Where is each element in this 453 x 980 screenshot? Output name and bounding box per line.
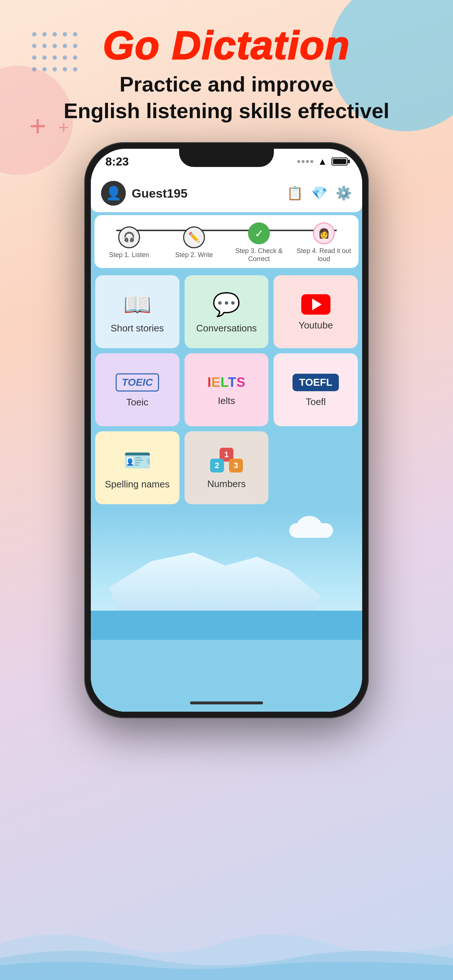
short-stories-label: Short stories: [110, 323, 164, 334]
app-header: 👤 Guest195 📋 💎 ⚙️: [91, 174, 362, 212]
username-label: Guest195: [132, 186, 187, 200]
background-scene: [91, 509, 362, 640]
document-icon[interactable]: 📋: [287, 186, 303, 201]
step-listen: 🎧 Step 1. Listen: [102, 226, 156, 259]
app-content: 👤 Guest195 📋 💎 ⚙️ 🎧 Step 1. Listen: [91, 174, 362, 712]
step-check-circle: ✓: [248, 223, 270, 244]
toeic-logo: TOEIC: [116, 373, 159, 391]
youtube-icon: [301, 294, 330, 315]
toefl-logo: TOEFL: [292, 374, 339, 391]
conversations-label: Conversations: [196, 323, 257, 334]
step-write-circle: ✏️: [183, 226, 205, 248]
step-check-label: Step 3. Check & Correct: [231, 247, 286, 263]
app-subtitle: Practice and improve English listening s…: [0, 71, 453, 124]
phone-notch: [179, 149, 274, 167]
status-icons: ▲: [297, 156, 348, 167]
wifi-icon: ▲: [318, 156, 327, 167]
battery-icon: [332, 158, 348, 165]
numbers-icon: 1 2 3: [210, 448, 243, 473]
ielts-logo: IELTS: [207, 375, 246, 390]
spelling-icon: 🪪: [123, 447, 152, 474]
step-listen-label: Step 1. Listen: [109, 251, 149, 259]
step-read-circle: 👩: [313, 223, 335, 244]
home-bar: [190, 702, 263, 705]
phone-inner: 8:23 ▲: [91, 149, 362, 712]
step-check: ✓ Step 3. Check & Correct: [231, 223, 286, 263]
header-icons: 📋 💎 ⚙️: [287, 186, 352, 201]
chat-icon: 💬: [212, 291, 240, 318]
menu-item-toefl[interactable]: TOEFL Toefl: [274, 353, 358, 426]
youtube-label: Youtube: [298, 320, 333, 331]
water: [91, 611, 362, 640]
phone-outer: 8:23 ▲: [84, 142, 369, 718]
num-3: 3: [229, 459, 243, 473]
ielts-label: Ielts: [218, 395, 235, 407]
phone-container: 8:23 ▲: [84, 142, 369, 718]
menu-item-conversations[interactable]: 💬 Conversations: [185, 275, 269, 348]
cloud: [289, 523, 333, 538]
signal-icon: [297, 160, 313, 163]
num-2: 2: [210, 459, 224, 473]
avatar: 👤: [101, 181, 126, 205]
toefl-label: Toefl: [306, 396, 326, 407]
settings-icon[interactable]: ⚙️: [335, 186, 352, 201]
app-title: Go Dictation: [0, 22, 453, 68]
steps-container: 🎧 Step 1. Listen ✏️ Step 2. Write ✓ Step…: [94, 215, 359, 268]
yt-play-triangle: [312, 299, 322, 310]
menu-item-youtube[interactable]: Youtube: [274, 275, 358, 348]
step-listen-circle: 🎧: [118, 226, 140, 248]
spelling-names-label: Spelling names: [105, 479, 170, 490]
menu-item-short-stories[interactable]: 📖 Short stories: [95, 275, 179, 348]
menu-item-toeic[interactable]: TOEIC Toeic: [95, 353, 179, 426]
numbers-label: Numbers: [207, 478, 246, 490]
step-write-label: Step 2. Write: [175, 251, 213, 259]
status-time: 8:23: [105, 155, 129, 169]
user-info: 👤 Guest195: [101, 181, 187, 205]
step-write: ✏️ Step 2. Write: [167, 226, 222, 259]
menu-item-ielts[interactable]: IELTS Ielts: [185, 353, 269, 426]
step-read: 👩 Step 4. Read it out loud: [297, 223, 351, 263]
menu-item-spelling-names[interactable]: 🪪 Spelling names: [95, 431, 179, 504]
bg-waves: [0, 870, 453, 980]
step-read-label: Step 4. Read it out loud: [297, 247, 351, 263]
diamond-icon[interactable]: 💎: [311, 186, 327, 201]
toeic-label: Toeic: [126, 397, 148, 408]
book-icon: 📖: [123, 291, 152, 318]
menu-item-numbers[interactable]: 1 2 3 Numbers: [185, 431, 269, 504]
menu-grid: 📖 Short stories 💬 Conversations Youtube: [91, 271, 362, 509]
